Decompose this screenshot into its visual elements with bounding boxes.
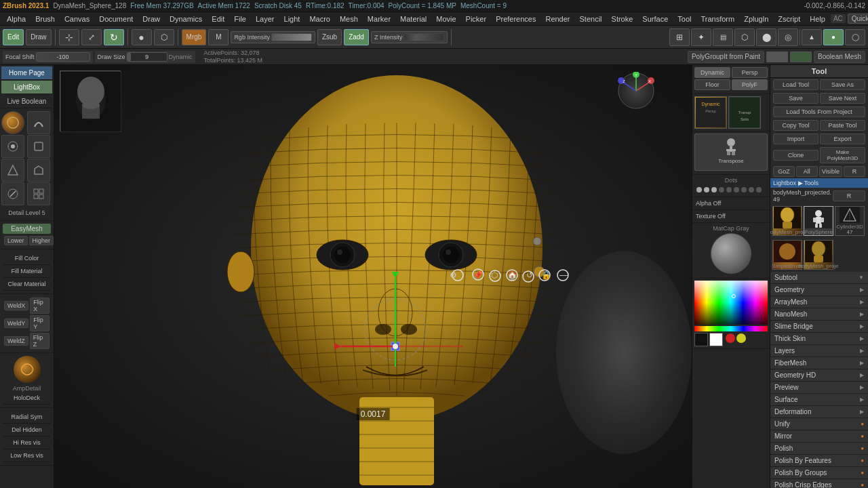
smart-subdiv-icon[interactable] <box>14 356 41 383</box>
save-next-btn[interactable]: Save Next <box>820 93 865 104</box>
flipy-btn[interactable]: Flip Y <box>30 315 50 331</box>
menu-surface[interactable]: Surface <box>638 14 672 24</box>
boolean-btn[interactable]: Boolean Mesh <box>814 51 865 63</box>
menu-draw[interactable]: Draw <box>138 14 164 24</box>
slime-bridge-btn[interactable]: Slime Bridge ▶ <box>770 321 868 333</box>
clone-btn[interactable]: Clone <box>773 150 818 161</box>
r-btn[interactable]: R <box>844 166 865 177</box>
dot1[interactable] <box>696 187 702 192</box>
yellow-dot[interactable] <box>736 333 746 343</box>
clear-material-btn[interactable]: Clear Material <box>3 278 51 291</box>
menu-zscript[interactable]: Zscript <box>774 14 804 24</box>
nanomesh-btn[interactable]: NanoMesh ▶ <box>770 308 868 321</box>
brush-icon-smooth[interactable] <box>27 135 50 158</box>
rotate-btn[interactable]: ↻ <box>104 29 124 45</box>
menu-tool[interactable]: Tool <box>673 14 695 24</box>
menu-material[interactable]: Material <box>396 14 431 24</box>
menu-alpha[interactable]: Alpha <box>3 14 30 24</box>
icon-btn-9[interactable]: ◯ <box>845 29 865 45</box>
bodymesh-thumb-1[interactable]: bodyMesh_proje <box>772 206 802 236</box>
polish-by-groups-btn[interactable]: Polish By Groups ● <box>770 467 868 479</box>
menu-edit[interactable]: Edit <box>208 14 229 24</box>
geometry-btn[interactable]: Geometry ▶ <box>770 284 868 296</box>
matcap-sphere[interactable] <box>711 233 751 274</box>
icon-btn-4[interactable]: ⬡ <box>734 28 755 46</box>
dot6[interactable] <box>734 187 739 192</box>
dot9[interactable] <box>756 187 762 192</box>
icon-btn-3[interactable]: ▤ <box>713 28 733 46</box>
texture-off-toggle[interactable]: Texture Off <box>694 212 768 220</box>
simplebrush-thumb[interactable]: SimpleBrush <box>772 240 802 270</box>
icon-btn-1[interactable]: ⊞ <box>669 28 690 46</box>
move-btn[interactable]: ⊹ <box>59 29 79 45</box>
lightbox-btn[interactable]: LightBox <box>1 81 52 94</box>
z-intensity-slider[interactable] <box>403 33 444 41</box>
dynamic-btn[interactable]: Dynamic <box>694 67 730 78</box>
canvas-area[interactable]: ⚙ 📌 ⬡ 🏠 ↺ 🔒 — <box>54 65 692 488</box>
import-btn[interactable]: Import <box>773 134 818 144</box>
dot7[interactable] <box>741 187 747 192</box>
color-picker-hue[interactable] <box>694 281 768 325</box>
lower-btn[interactable]: Lower <box>4 236 28 245</box>
transpose-btn[interactable]: Transpose <box>694 134 768 171</box>
paste-tool-btn[interactable]: Paste Tool <box>820 120 865 131</box>
draw-btn[interactable]: Draw <box>26 29 51 45</box>
flipz-btn[interactable]: Flip Z <box>30 333 50 349</box>
save-btn[interactable]: Save <box>773 93 818 104</box>
dot2[interactable] <box>704 187 709 192</box>
menu-preferences[interactable]: Preferences <box>492 14 540 24</box>
menu-stencil[interactable]: Stencil <box>576 14 606 24</box>
easymesh-btn[interactable]: EasyMesh <box>3 224 51 234</box>
layers-btn[interactable]: Layers ▶ <box>770 345 868 357</box>
menu-dynamics[interactable]: Dynamics <box>165 14 206 24</box>
focal-shift-slider[interactable]: -100 <box>36 52 90 62</box>
polish-by-features-btn[interactable]: Polish By Features ● <box>770 455 868 467</box>
visible-btn[interactable]: Visible <box>819 166 842 177</box>
menu-canvas[interactable]: Canvas <box>60 14 94 24</box>
brush-icon-trim[interactable] <box>27 159 50 182</box>
black-swatch[interactable] <box>694 333 708 346</box>
del-hidden-btn[interactable]: Del Hidden <box>3 424 51 436</box>
menu-document[interactable]: Document <box>95 14 137 24</box>
preview-btn[interactable]: Preview ▶ <box>770 382 868 394</box>
polygroup-btn[interactable]: PolyGroupIt from Paint <box>688 51 764 63</box>
polyf-btn[interactable]: PolyF <box>732 79 768 90</box>
menu-transform[interactable]: Transform <box>696 14 738 24</box>
brush-icon-standard[interactable] <box>1 111 24 134</box>
white-swatch[interactable] <box>709 333 723 346</box>
bodymesh-thumb-2[interactable]: bodyMesh_proje <box>804 240 833 270</box>
menu-macro[interactable]: Macro <box>305 14 334 24</box>
dot5[interactable] <box>726 187 732 192</box>
cylinder-icon-btn[interactable]: ⬡ <box>154 29 174 45</box>
geometry-hd-btn[interactable]: Geometry HD ▶ <box>770 369 868 382</box>
mrgb-btn[interactable]: Mrgb <box>182 29 207 45</box>
save-as-btn[interactable]: Save As <box>820 79 865 90</box>
m-btn[interactable]: M <box>208 29 229 45</box>
home-page-btn[interactable]: Home Page <box>1 66 52 80</box>
weldy-btn[interactable]: WeldY <box>4 319 28 328</box>
dot3[interactable] <box>711 187 717 192</box>
fibermesh-btn[interactable]: FiberMesh ▶ <box>770 357 868 369</box>
hue-bar[interactable] <box>694 326 768 331</box>
menu-stroke[interactable]: Stroke <box>608 14 637 24</box>
low-res-vis-btn[interactable]: Low Res vis <box>3 449 51 462</box>
weldz-btn[interactable]: WeldZ <box>4 336 28 346</box>
deformation-btn[interactable]: Deformation ▶ <box>770 406 868 418</box>
fill-material-btn[interactable]: Fill Material <box>3 265 51 278</box>
menu-zplugin[interactable]: Zplugln <box>740 14 772 24</box>
hi-res-vis-btn[interactable]: Hi Res vis <box>3 436 51 449</box>
brush-icon-grid[interactable] <box>27 182 50 205</box>
persp-btn[interactable]: Persp <box>732 67 768 78</box>
thick-skin-btn[interactable]: Thick Skin ▶ <box>770 333 868 345</box>
arraymesh-btn[interactable]: ArrayMesh ▶ <box>770 296 868 308</box>
flipx-btn[interactable]: Flip X <box>30 298 50 314</box>
subtool-btn[interactable]: Subtool ▼ <box>770 272 868 284</box>
icon-btn-8[interactable]: ● <box>823 29 844 45</box>
unify-btn[interactable]: Unify ● <box>770 418 868 430</box>
menu-light[interactable]: Light <box>280 14 304 24</box>
sphere-icon-btn[interactable]: ● <box>132 29 152 45</box>
menu-picker[interactable]: Picker <box>462 14 491 24</box>
higher-btn[interactable]: Higher <box>29 236 54 245</box>
zsub-btn[interactable]: Zsub <box>317 29 342 45</box>
menu-render[interactable]: Render <box>541 14 574 24</box>
